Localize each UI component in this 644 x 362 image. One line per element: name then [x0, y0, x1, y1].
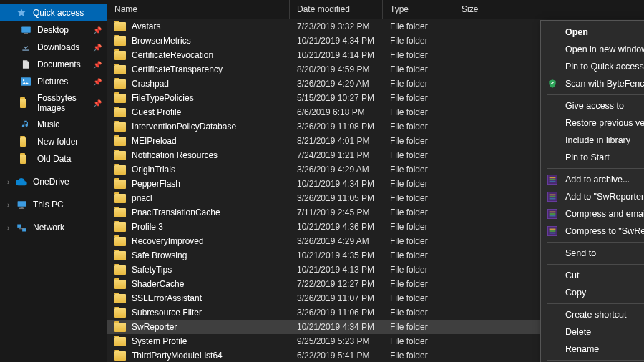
file-type: File folder: [383, 77, 454, 90]
file-date: 5/15/2019 10:27 PM: [290, 92, 383, 104]
sidebar-item[interactable]: Music: [0, 116, 107, 133]
sidebar-item-label: Pictures: [37, 77, 68, 87]
sidebar-item[interactable]: New folder: [0, 133, 107, 150]
sidebar-item[interactable]: Downloads📌: [0, 39, 107, 56]
folder-icon: [114, 22, 126, 31]
item-icon: [20, 119, 31, 130]
svg-rect-1: [24, 33, 28, 34]
ctx-rename[interactable]: Rename: [541, 341, 644, 358]
ctx-compress-rar-email[interactable]: Compress to "SwReporter.rar" and email: [541, 222, 644, 240]
column-type[interactable]: Type: [383, 0, 454, 19]
onedrive-root[interactable]: › OneDrive: [0, 173, 107, 190]
ctx-create-shortcut[interactable]: Create shortcut: [541, 306, 644, 323]
sidebar-item[interactable]: Pictures📌: [0, 73, 107, 90]
svg-rect-22: [550, 212, 556, 213]
ctx-scan-label: Scan with ByteFence Anti-Malware...: [565, 79, 644, 89]
column-size[interactable]: Size: [454, 0, 497, 19]
quick-access-root[interactable]: Quick access: [0, 4, 107, 21]
sidebar-item[interactable]: Fossbytes Images📌: [0, 90, 107, 116]
file-date: 10/21/2019 4:13 PM: [290, 263, 383, 276]
file-name: Safe Browsing: [132, 250, 187, 260]
ctx-add-archive[interactable]: Add to archive...: [541, 171, 644, 188]
folder-icon: [114, 280, 126, 289]
svg-rect-0: [21, 26, 31, 32]
file-date: 7/24/2019 1:21 PM: [290, 149, 383, 162]
file-date: 8/21/2019 4:01 PM: [290, 134, 383, 147]
file-date: 7/11/2019 2:45 PM: [290, 206, 383, 219]
ctx-copy[interactable]: Copy: [541, 284, 644, 301]
svg-rect-7: [19, 207, 24, 208]
svg-rect-8: [17, 224, 21, 227]
folder-icon: [114, 79, 126, 89]
network-label: Network: [33, 222, 64, 233]
file-date: 10/21/2019 4:34 PM: [290, 321, 383, 333]
ctx-restore-versions[interactable]: Restore previous versions: [541, 114, 644, 132]
item-icon: [20, 24, 31, 36]
this-pc-label: This PC: [33, 200, 64, 210]
file-name: Profile 3: [132, 222, 163, 232]
svg-rect-17: [550, 195, 556, 196]
file-type: File folder: [383, 292, 454, 305]
file-date: 3/26/2019 4:29 AM: [290, 163, 383, 176]
ctx-rename-label: Rename: [565, 344, 599, 354]
chevron-right-icon: ›: [7, 178, 14, 186]
ctx-include-library[interactable]: Include in library❯: [541, 132, 644, 149]
chevron-right-icon: ›: [7, 224, 14, 232]
chevron-right-icon: ›: [7, 201, 14, 209]
separator: [547, 94, 644, 95]
file-name: Guest Profile: [132, 107, 181, 117]
file-name: Subresource Filter: [132, 308, 202, 318]
sidebar-item[interactable]: Documents📌: [0, 56, 107, 73]
file-name: ShaderCache: [132, 279, 184, 289]
file-type: File folder: [383, 335, 454, 348]
file-type: File folder: [383, 349, 454, 362]
file-date: 3/26/2019 11:06 PM: [290, 306, 383, 319]
file-type: File folder: [383, 134, 454, 147]
ctx-give-access[interactable]: Give access to❯: [541, 97, 644, 114]
svg-rect-28: [550, 230, 556, 232]
svg-rect-24: [550, 215, 556, 217]
file-type: File folder: [383, 163, 454, 176]
ctx-cut-label: Cut: [565, 270, 579, 280]
ctx-open-label: Open: [565, 27, 588, 37]
ctx-send-to-label: Send to: [565, 248, 596, 258]
ctx-compress-email[interactable]: Compress and email...: [541, 205, 644, 222]
file-type: File folder: [383, 220, 454, 233]
column-date[interactable]: Date modified: [290, 0, 383, 19]
ctx-delete-label: Delete: [565, 327, 591, 337]
file-date: 3/26/2019 11:07 PM: [290, 292, 383, 305]
file-name: CertificateTransparency: [132, 64, 223, 74]
column-headers: Name Date modified Type Size: [107, 0, 644, 19]
folder-icon: [114, 323, 126, 332]
ctx-scan-bytefence[interactable]: Scan with ByteFence Anti-Malware...: [541, 75, 644, 92]
sidebar-item[interactable]: Old Data: [0, 150, 107, 167]
ctx-open-new-window[interactable]: Open in new window: [541, 41, 644, 58]
folder-icon: [114, 265, 126, 275]
file-name: Notification Resources: [132, 150, 218, 160]
sidebar-item[interactable]: Desktop📌: [0, 21, 107, 39]
ctx-open[interactable]: Open: [541, 24, 644, 41]
sidebar-item-label: Fossbytes Images: [37, 93, 100, 113]
file-type: File folder: [383, 106, 454, 119]
folder-icon: [114, 251, 126, 260]
file-name: RecoveryImproved: [132, 236, 204, 246]
column-name[interactable]: Name: [107, 0, 290, 19]
ctx-pin-quick-label: Pin to Quick access: [565, 62, 644, 72]
ctx-send-to[interactable]: Send to❯: [541, 245, 644, 262]
ctx-pin-start-label: Pin to Start: [565, 152, 610, 162]
folder-icon: [114, 51, 126, 60]
svg-rect-3: [21, 77, 31, 86]
network-root[interactable]: › Network: [0, 219, 107, 236]
this-pc-root[interactable]: › This PC: [0, 196, 107, 213]
ctx-cut[interactable]: Cut: [541, 267, 644, 284]
pin-icon: 📌: [93, 61, 102, 69]
ctx-include-lib-label: Include in library: [565, 135, 630, 145]
ctx-open-new-label: Open in new window: [565, 44, 644, 54]
svg-rect-29: [550, 233, 556, 234]
ctx-add-rar[interactable]: Add to "SwReporter.rar": [541, 188, 644, 205]
svg-rect-19: [550, 198, 556, 200]
ctx-delete[interactable]: Delete: [541, 323, 644, 341]
file-date: 3/26/2019 4:29 AM: [290, 77, 383, 90]
ctx-pin-start[interactable]: Pin to Start: [541, 149, 644, 166]
ctx-pin-quick-access[interactable]: Pin to Quick access: [541, 58, 644, 75]
